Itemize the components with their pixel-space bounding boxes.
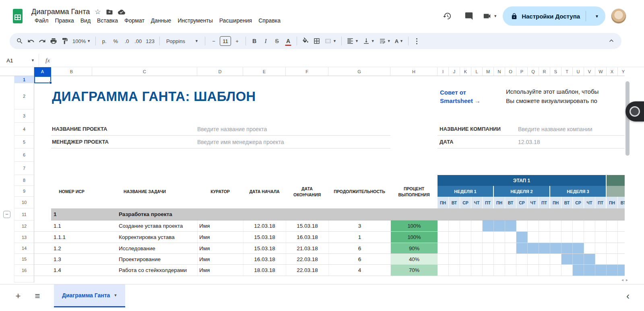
gantt-cell[interactable] [595, 243, 607, 253]
gantt-bar-cell[interactable] [573, 265, 584, 276]
row-header-4[interactable]: 4 [14, 123, 34, 136]
gantt-cell[interactable] [505, 243, 516, 253]
row-header-5[interactable]: 5 [14, 136, 34, 148]
gantt-bar-cell[interactable] [505, 220, 516, 231]
text-rotation-button[interactable]: A ▼ [393, 35, 405, 47]
column-header-D[interactable]: D [197, 67, 243, 76]
header-owner[interactable]: КУРАТОР [197, 175, 243, 208]
gantt-cell[interactable] [516, 265, 528, 276]
gantt-cell[interactable] [607, 254, 618, 264]
share-dropdown-icon[interactable]: ▼ [590, 14, 604, 19]
gantt-cell[interactable] [516, 220, 528, 231]
column-header-W[interactable]: W [595, 67, 607, 76]
column-header-B[interactable]: B [51, 67, 92, 76]
row-header-2[interactable]: 2 [14, 83, 34, 109]
row-header-9[interactable]: 9 [14, 186, 34, 197]
company-name-label[interactable]: НАЗВАНИЕ КОМПАНИИ [440, 126, 518, 132]
header-start-date[interactable]: ДАТА НАЧАЛА [243, 175, 286, 208]
gantt-cell[interactable] [607, 232, 618, 243]
task-start-date-cell[interactable]: 16.03.18 [243, 254, 286, 264]
print-button[interactable] [48, 35, 59, 47]
column-header-N[interactable]: N [494, 67, 505, 76]
gantt-cell[interactable] [505, 232, 516, 243]
gantt-bar-cell[interactable] [539, 243, 550, 253]
gantt-week2-header[interactable]: НЕДЕЛЯ 2 [494, 186, 550, 197]
gantt-cell[interactable] [561, 220, 573, 231]
project-manager-label[interactable]: МЕНЕДЖЕР ПРОЕКТА [51, 139, 197, 145]
menu-view[interactable]: Вид [77, 16, 94, 25]
gantt-bar-cell[interactable] [561, 243, 573, 253]
gantt-cell[interactable] [584, 220, 595, 231]
gantt-day-header-cell[interactable]: ВТ [505, 197, 516, 208]
vertical-align-button[interactable]: ▼ [361, 35, 376, 47]
gantt-cell[interactable] [595, 254, 607, 264]
gantt-cell[interactable] [584, 232, 595, 243]
gantt-cell[interactable] [550, 220, 561, 231]
row-header-3[interactable]: 3 [14, 109, 34, 123]
task-owner-cell[interactable]: Имя [197, 243, 243, 253]
gantt-cell[interactable] [528, 220, 539, 231]
selected-cell-A1[interactable] [34, 76, 51, 83]
task-name-cell[interactable]: Создание устава проекта [92, 220, 197, 231]
gantt-day-header-cell[interactable]: СР [516, 197, 528, 208]
column-header-T[interactable]: T [561, 67, 573, 76]
merge-cells-button[interactable]: ▼ [323, 35, 338, 47]
task-start-date-cell[interactable]: 18.03.18 [243, 265, 286, 276]
strikethrough-button[interactable]: S [272, 35, 282, 47]
task-percent-cell[interactable]: 70% [390, 265, 438, 276]
row-header-11[interactable]: 11 [14, 208, 34, 220]
column-header-M[interactable]: M [483, 67, 494, 76]
gantt-cell[interactable] [607, 243, 618, 253]
column-header-R[interactable]: R [539, 67, 550, 76]
gantt-cell[interactable] [595, 220, 607, 231]
move-to-folder-icon[interactable] [106, 8, 113, 16]
column-header-Y[interactable]: Y [618, 67, 625, 76]
share-button[interactable]: Настройки Доступа ▼ [503, 6, 605, 26]
gantt-cell[interactable] [573, 232, 584, 243]
gantt-cell[interactable] [438, 243, 449, 253]
increase-font-size-button[interactable]: + [232, 35, 242, 47]
more-toolbar-options-button[interactable] [412, 35, 422, 47]
task-start-date-cell[interactable]: 12.03.18 [243, 220, 286, 231]
gantt-day-header-cell[interactable]: ВТ [561, 197, 573, 208]
header-duration[interactable]: ПРОДОЛЖИТЕЛЬНОСТЬ [328, 175, 390, 208]
column-header-E[interactable]: E [243, 67, 286, 76]
header-task-name[interactable]: НАЗВАНИЕ ЗАДАЧИ [92, 175, 197, 208]
column-header-J[interactable]: J [449, 67, 460, 76]
task-number-cell[interactable]: 1.4 [51, 265, 92, 276]
smartsheet-tip-link[interactable]: Совет от Smartsheet → [438, 88, 506, 105]
gantt-day-header-cell[interactable]: ПТ [539, 197, 550, 208]
horizontal-scroll-arrows[interactable]: ◂▸ [621, 278, 628, 282]
gantt-cell[interactable] [561, 265, 573, 276]
project-name-label[interactable]: НАЗВАНИЕ ПРОЕКТА [51, 126, 197, 132]
date-label[interactable]: ДАТА [440, 139, 518, 145]
column-header-S[interactable]: S [550, 67, 561, 76]
row-header-15[interactable]: 15 [14, 254, 34, 265]
row-header-1[interactable]: 1 [14, 76, 34, 83]
gantt-cell[interactable] [483, 232, 494, 243]
gantt-day-header-cell[interactable]: ЧТ [584, 197, 595, 208]
gantt-cell[interactable] [460, 232, 471, 243]
decrease-font-size-button[interactable]: − [208, 35, 219, 47]
gantt-bar-cell[interactable] [595, 265, 607, 276]
gantt-cell[interactable] [449, 265, 460, 276]
horizontal-align-button[interactable]: ▼ [345, 35, 360, 47]
header-end-date[interactable]: ДАТА ОКОНЧАНИЯ [286, 175, 328, 208]
gantt-cell[interactable] [449, 232, 460, 243]
group-collapse-button[interactable]: − [3, 211, 10, 218]
scroll-tabs-button[interactable]: ‹ [626, 290, 634, 302]
gantt-cell[interactable] [471, 243, 483, 253]
column-header-O[interactable]: O [505, 67, 516, 76]
formula-input[interactable] [56, 54, 644, 67]
gantt-day-header-cell[interactable]: ПН [438, 197, 449, 208]
gantt-cell[interactable] [539, 265, 550, 276]
gantt-cell[interactable] [595, 232, 607, 243]
task-percent-cell[interactable]: 100% [390, 220, 438, 231]
gantt-day-header-cell[interactable]: ПТ [595, 197, 607, 208]
gantt-cell[interactable] [584, 243, 595, 253]
gantt-bar-cell[interactable] [618, 265, 625, 276]
menu-data[interactable]: Данные [148, 16, 175, 25]
task-number-cell[interactable]: 1.2 [51, 243, 92, 253]
gantt-cell[interactable] [539, 254, 550, 264]
column-header-H[interactable]: H [390, 67, 438, 76]
